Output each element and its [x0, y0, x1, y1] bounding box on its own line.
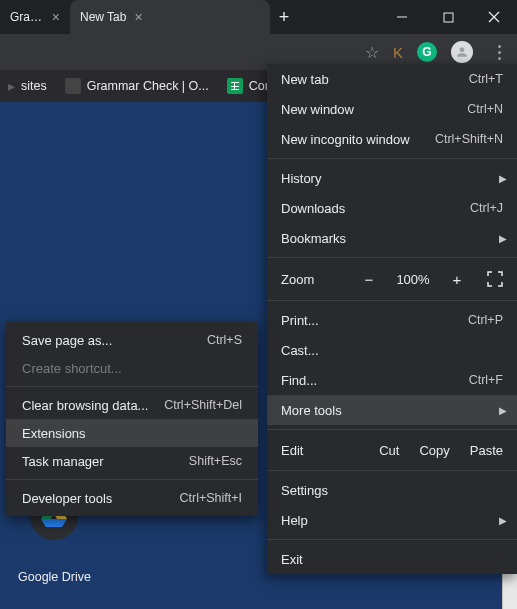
submenu-save-page[interactable]: Save page as... Ctrl+S	[6, 326, 258, 354]
menu-shortcut: Ctrl+Shift+I	[179, 491, 242, 505]
copy-button[interactable]: Copy	[419, 443, 449, 458]
menu-shortcut: Ctrl+T	[469, 72, 503, 86]
menu-shortcut: Shift+Esc	[189, 454, 242, 468]
menu-new-window[interactable]: New window Ctrl+N	[267, 94, 517, 124]
menu-print[interactable]: Print... Ctrl+P	[267, 305, 517, 335]
maximize-button[interactable]	[425, 0, 471, 34]
separator	[267, 429, 517, 430]
menu-shortcut: Ctrl+P	[468, 313, 503, 327]
menu-settings[interactable]: Settings	[267, 475, 517, 505]
close-icon[interactable]: ×	[52, 9, 60, 25]
minimize-button[interactable]	[379, 0, 425, 34]
tab-title: New Tab	[80, 10, 126, 24]
fullscreen-icon[interactable]	[487, 271, 503, 287]
zoom-value: 100%	[391, 272, 435, 287]
menu-label: Exit	[281, 552, 503, 567]
window-controls	[379, 0, 517, 34]
bookmark-star-icon[interactable]: ☆	[365, 43, 379, 62]
menu-label: Task manager	[22, 454, 189, 469]
separator	[267, 470, 517, 471]
bookmark-label: Grammar Check | O...	[87, 79, 209, 93]
menu-label: Cast...	[281, 343, 503, 358]
menu-help[interactable]: Help ▶	[267, 505, 517, 535]
submenu-task-manager[interactable]: Task manager Shift+Esc	[6, 447, 258, 475]
separator	[267, 300, 517, 301]
menu-shortcut: Ctrl+Shift+N	[435, 132, 503, 146]
menu-label: Downloads	[281, 201, 470, 216]
menu-label: Create shortcut...	[22, 361, 242, 376]
profile-avatar[interactable]	[451, 41, 473, 63]
separator	[6, 479, 258, 480]
menu-label: Edit	[281, 443, 359, 458]
chevron-right-icon: ▶	[499, 173, 507, 184]
close-icon[interactable]: ×	[134, 9, 142, 25]
menu-cast[interactable]: Cast...	[267, 335, 517, 365]
menu-label: Find...	[281, 373, 469, 388]
svg-marker-6	[41, 519, 67, 527]
menu-label: Extensions	[22, 426, 242, 441]
zoom-out-button[interactable]: −	[359, 271, 379, 288]
chrome-main-menu: New tab Ctrl+T New window Ctrl+N New inc…	[267, 64, 517, 574]
menu-downloads[interactable]: Downloads Ctrl+J	[267, 193, 517, 223]
menu-shortcut: Ctrl+F	[469, 373, 503, 387]
menu-label: Developer tools	[22, 491, 179, 506]
bookmark-grammar[interactable]: Grammar Check | O...	[65, 78, 209, 94]
chevron-right-icon: ▶	[499, 233, 507, 244]
menu-label: Clear browsing data...	[22, 398, 164, 413]
tab-active[interactable]: New Tab ×	[70, 0, 270, 34]
menu-new-incognito[interactable]: New incognito window Ctrl+Shift+N	[267, 124, 517, 154]
site-icon	[65, 78, 81, 94]
submenu-extensions[interactable]: Extensions	[6, 419, 258, 447]
menu-label: New tab	[281, 72, 469, 87]
menu-shortcut: Ctrl+S	[207, 333, 242, 347]
submenu-developer-tools[interactable]: Developer tools Ctrl+Shift+I	[6, 484, 258, 512]
menu-shortcut: Ctrl+Shift+Del	[164, 398, 242, 412]
folder-icon: ▸	[8, 78, 15, 94]
kebab-menu-icon[interactable]	[487, 45, 511, 60]
menu-shortcut: Ctrl+J	[470, 201, 503, 215]
sheets-icon	[227, 78, 243, 94]
bookmark-sites[interactable]: ▸ sites	[8, 78, 47, 94]
menu-label: Zoom	[281, 272, 347, 287]
separator	[267, 257, 517, 258]
extension-grammarly-icon[interactable]: G	[417, 42, 437, 62]
menu-label: New window	[281, 102, 467, 117]
extension-k-icon[interactable]: K	[393, 44, 403, 61]
menu-label: Bookmarks	[281, 231, 503, 246]
tab-title: Gramma	[10, 10, 44, 24]
shortcut-label: Google Drive	[18, 570, 91, 584]
menu-label: More tools	[281, 403, 503, 418]
chevron-right-icon: ▶	[499, 405, 507, 416]
menu-label: Help	[281, 513, 503, 528]
menu-shortcut: Ctrl+N	[467, 102, 503, 116]
tab-inactive[interactable]: Gramma ×	[0, 0, 70, 34]
chevron-right-icon: ▶	[499, 515, 507, 526]
menu-zoom: Zoom − 100% +	[267, 262, 517, 296]
separator	[6, 386, 258, 387]
menu-label: History	[281, 171, 503, 186]
separator	[267, 158, 517, 159]
menu-find[interactable]: Find... Ctrl+F	[267, 365, 517, 395]
menu-new-tab[interactable]: New tab Ctrl+T	[267, 64, 517, 94]
bookmark-label: sites	[21, 79, 47, 93]
new-tab-button[interactable]: +	[270, 0, 298, 34]
menu-label: Save page as...	[22, 333, 207, 348]
zoom-in-button[interactable]: +	[447, 271, 467, 288]
submenu-create-shortcut: Create shortcut...	[6, 354, 258, 382]
menu-edit: Edit Cut Copy Paste	[267, 434, 517, 466]
cut-button[interactable]: Cut	[379, 443, 399, 458]
paste-button[interactable]: Paste	[470, 443, 503, 458]
submenu-clear-browsing-data[interactable]: Clear browsing data... Ctrl+Shift+Del	[6, 391, 258, 419]
menu-bookmarks[interactable]: Bookmarks ▶	[267, 223, 517, 253]
menu-exit[interactable]: Exit	[267, 544, 517, 574]
more-tools-submenu: Save page as... Ctrl+S Create shortcut..…	[6, 322, 258, 516]
menu-label: Settings	[281, 483, 503, 498]
close-window-button[interactable]	[471, 0, 517, 34]
menu-label: New incognito window	[281, 132, 435, 147]
menu-label: Print...	[281, 313, 468, 328]
svg-rect-1	[444, 13, 453, 22]
menu-more-tools[interactable]: More tools ▶	[267, 395, 517, 425]
menu-history[interactable]: History ▶	[267, 163, 517, 193]
titlebar: Gramma × New Tab × +	[0, 0, 517, 34]
separator	[267, 539, 517, 540]
